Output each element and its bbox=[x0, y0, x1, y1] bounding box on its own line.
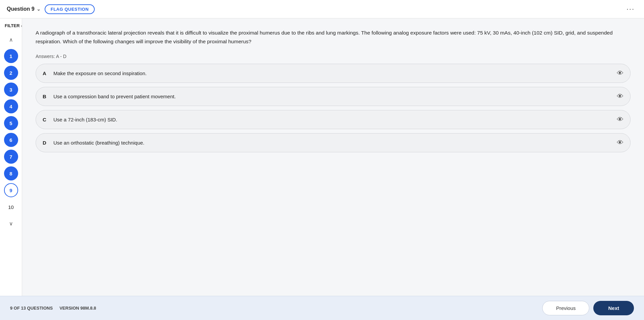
sidebar-item-8[interactable]: 8 bbox=[4, 166, 18, 180]
sidebar-item-9[interactable]: 9 bbox=[4, 183, 18, 197]
questions-count: 9 OF 13 QUESTIONS bbox=[10, 306, 53, 311]
answer-d-left: D Use an orthostatic (breathing) techniq… bbox=[43, 140, 144, 146]
answer-letter-c: C bbox=[43, 117, 49, 122]
question-text: A radiograph of a transthoracic lateral … bbox=[36, 29, 631, 46]
bottom-bar: 9 OF 13 QUESTIONS VERSION 98M.8.8 Previo… bbox=[0, 296, 644, 320]
question-number-label: 4 bbox=[9, 104, 12, 109]
expand-icon: ∨ bbox=[9, 220, 13, 227]
answer-option-c[interactable]: C Use a 72-inch (183-cm) SID. 👁 bbox=[36, 110, 631, 129]
question-number-label: 9 bbox=[9, 188, 12, 193]
sidebar-item-1[interactable]: 1 bbox=[4, 49, 18, 63]
question-number-label: 1 bbox=[9, 53, 12, 59]
question-number-label: 2 bbox=[9, 70, 12, 76]
filter-label: FILTER bbox=[5, 23, 20, 28]
chevron-down-icon: ⌄ bbox=[37, 6, 41, 12]
question-label-text: Question 9 bbox=[7, 6, 35, 12]
sidebar-item-6[interactable]: 6 bbox=[4, 133, 18, 147]
question-number-label: 6 bbox=[9, 137, 12, 143]
eye-icon-c[interactable]: 👁 bbox=[617, 116, 624, 123]
previous-button[interactable]: Previous bbox=[542, 301, 589, 315]
question-number-label: 10 bbox=[8, 204, 14, 210]
answer-option-d[interactable]: D Use an orthostatic (breathing) techniq… bbox=[36, 133, 631, 152]
eye-icon-a[interactable]: 👁 bbox=[617, 69, 624, 77]
question-number-label: 8 bbox=[9, 171, 12, 176]
answer-text-a: Make the exposure on second inspiration. bbox=[53, 70, 147, 76]
answer-text-b: Use a compression band to prevent patien… bbox=[53, 94, 176, 99]
sidebar-item-4[interactable]: 4 bbox=[4, 99, 18, 113]
answers-label: Answers: A - D bbox=[36, 54, 631, 59]
answer-letter-b: B bbox=[43, 94, 49, 99]
next-button[interactable]: Next bbox=[593, 301, 634, 315]
collapse-icon: ∧ bbox=[9, 37, 13, 43]
top-bar-left: Question 9 ⌄ FLAG QUESTION bbox=[7, 4, 95, 14]
answer-option-b[interactable]: B Use a compression band to prevent pati… bbox=[36, 87, 631, 106]
question-number-label: 3 bbox=[9, 87, 12, 93]
answer-a-left: A Make the exposure on second inspiratio… bbox=[43, 70, 147, 76]
question-label[interactable]: Question 9 ⌄ bbox=[7, 6, 41, 12]
version-label: VERSION 98M.8.8 bbox=[59, 306, 96, 311]
main-content: FILTER › ∧ 1 2 3 4 5 6 7 8 9 bbox=[0, 18, 644, 296]
top-bar: Question 9 ⌄ FLAG QUESTION ··· bbox=[0, 0, 644, 18]
answer-c-left: C Use a 72-inch (183-cm) SID. bbox=[43, 117, 117, 122]
question-number-label: 5 bbox=[9, 120, 12, 126]
answer-text-c: Use a 72-inch (183-cm) SID. bbox=[53, 117, 117, 122]
sidebar-collapse-button[interactable]: ∧ bbox=[6, 34, 16, 45]
answer-b-left: B Use a compression band to prevent pati… bbox=[43, 94, 176, 99]
sidebar-item-3[interactable]: 3 bbox=[4, 83, 18, 97]
sidebar-item-7[interactable]: 7 bbox=[4, 150, 18, 164]
flag-question-button[interactable]: FLAG QUESTION bbox=[45, 4, 95, 14]
bottom-info: 9 OF 13 QUESTIONS VERSION 98M.8.8 bbox=[10, 306, 96, 311]
filter-button[interactable]: FILTER › bbox=[2, 22, 22, 30]
answer-letter-d: D bbox=[43, 140, 49, 146]
sidebar-expand-button[interactable]: ∨ bbox=[6, 218, 16, 229]
nav-buttons: Previous Next bbox=[542, 301, 634, 315]
more-options-button[interactable]: ··· bbox=[624, 3, 637, 15]
answer-text-d: Use an orthostatic (breathing) technique… bbox=[53, 140, 144, 146]
answer-option-a[interactable]: A Make the exposure on second inspiratio… bbox=[36, 64, 631, 83]
eye-icon-b[interactable]: 👁 bbox=[617, 93, 624, 100]
question-number-label: 7 bbox=[9, 154, 12, 160]
sidebar-item-5[interactable]: 5 bbox=[4, 116, 18, 130]
sidebar-item-10[interactable]: 10 bbox=[4, 200, 18, 214]
answer-letter-a: A bbox=[43, 70, 49, 76]
question-area: A radiograph of a transthoracic lateral … bbox=[22, 18, 644, 296]
eye-icon-d[interactable]: 👁 bbox=[617, 139, 624, 147]
sidebar-item-2[interactable]: 2 bbox=[4, 66, 18, 80]
sidebar: FILTER › ∧ 1 2 3 4 5 6 7 8 9 bbox=[0, 18, 22, 296]
